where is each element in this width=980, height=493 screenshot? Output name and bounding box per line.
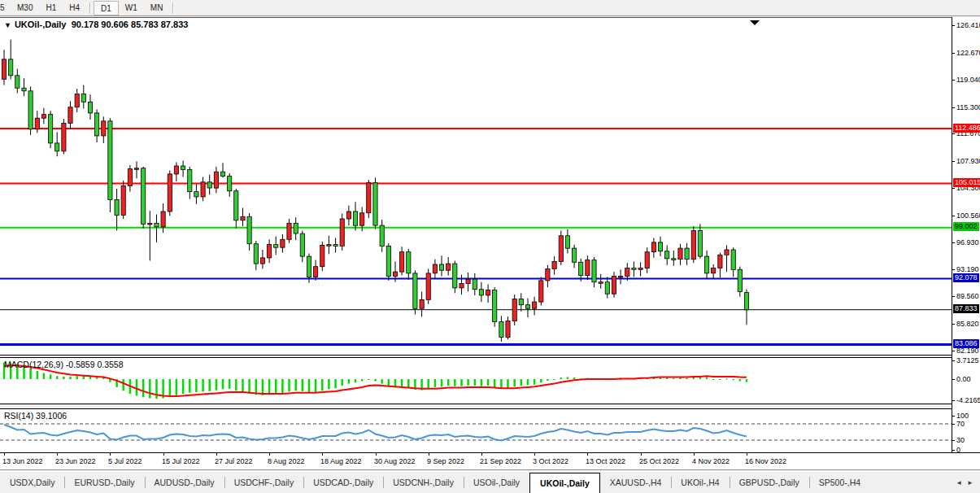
candle-body [142, 168, 146, 225]
candle-body [579, 262, 583, 275]
price-badge-92.078: 92.078 [953, 273, 979, 282]
chart-tab-usdcnh-daily[interactable]: USDCNH-,Daily [383, 472, 464, 493]
candle-body [586, 260, 590, 276]
date-tick-label: 15 Jul 2022 [162, 457, 200, 465]
chart-tab-usdcad-daily[interactable]: USDCAD-,Daily [303, 472, 383, 493]
tab-scroll-left-icon[interactable]: ◄ [956, 479, 962, 486]
price-chart-pane[interactable]: ▼UKOil-,Daily 90.178 90.606 85.783 87.83… [0, 17, 952, 356]
candle-body [493, 290, 497, 322]
candle-body [658, 242, 662, 251]
macd-tick-label: -4.2165 [956, 396, 980, 404]
rsi-indicator-pane[interactable]: RSI(14) 39.1006 [0, 409, 952, 452]
chart-shift-marker-icon[interactable] [750, 20, 760, 25]
candle-body [466, 279, 470, 283]
candle-body [533, 302, 537, 308]
candle-body [446, 264, 451, 270]
timeframe-button-h1[interactable]: H1 [39, 1, 63, 15]
date-tick-mark [216, 453, 217, 456]
chart-tab-ukoil-daily[interactable]: UKOil-,Daily [529, 473, 600, 493]
candle-body [439, 264, 443, 270]
candle-body [612, 277, 616, 294]
chart-tab-gbpusd-daily[interactable]: GBPUSD-,Daily [730, 472, 809, 493]
chart-tab-usoil-daily[interactable]: USOil-,Daily [464, 472, 529, 493]
macd-chart[interactable] [0, 358, 952, 404]
date-tick-label: 8 Aug 2022 [268, 457, 305, 465]
candlestick-chart[interactable] [0, 18, 952, 355]
chart-tab-audusd-daily[interactable]: AUDUSD-,Daily [145, 472, 224, 493]
date-tick-label: 4 Nov 2022 [692, 457, 730, 465]
candle-body [181, 166, 185, 170]
candle-body [573, 248, 577, 262]
price-tick-label: 122.670 [956, 49, 980, 57]
rsi-line [4, 425, 747, 441]
timeframe-button-w1[interactable]: W1 [119, 1, 144, 15]
chart-tab-ukoil-h4[interactable]: UKOil-,H4 [671, 472, 729, 493]
price-badge-105.015: 105.015 [953, 178, 980, 187]
date-tick-mark [269, 453, 270, 456]
candle-body [718, 255, 722, 268]
candle-body [15, 76, 20, 88]
candle-body [479, 290, 483, 295]
date-tick-mark [587, 453, 588, 456]
date-tick-label: 21 Sep 2022 [480, 457, 521, 465]
candle-body [320, 246, 324, 267]
timeframe-button-mn[interactable]: MN [144, 1, 170, 15]
date-tick-mark [322, 453, 323, 456]
chart-tab-usdx-daily[interactable]: USDX,Daily [0, 472, 64, 493]
candle-body [241, 216, 245, 220]
price-axis[interactable]: 126.410122.670119.040115.300111.670107.9… [952, 17, 980, 452]
candle-body [115, 200, 119, 216]
toolbar-separator [172, 2, 173, 14]
candle-body [228, 177, 232, 191]
candle-body [307, 256, 311, 277]
candle-body [121, 185, 125, 215]
date-tick-label: 18 Aug 2022 [320, 457, 362, 465]
chart-tab-bar: USDX,DailyEURUSD-,DailyAUDUSD-,DailyUSDC… [0, 472, 980, 493]
candle-body [68, 107, 72, 124]
candle-body [486, 290, 490, 295]
macd-tick-label: 3.7125 [956, 356, 979, 364]
candle-body [625, 268, 629, 277]
rsi-chart[interactable] [0, 409, 952, 452]
timeframe-button-m30[interactable]: M30 [11, 1, 39, 15]
timeframe-button-5[interactable]: 5 [0, 1, 11, 15]
candle-body [599, 282, 603, 284]
candle-body [260, 258, 264, 264]
date-tick-mark [163, 453, 164, 456]
timeframe-button-h4[interactable]: H4 [63, 1, 86, 15]
candle-body [367, 183, 371, 213]
candle-body [565, 236, 569, 248]
tab-scroll-arrows: ◄► [949, 472, 980, 493]
date-tick-label: 5 Jul 2022 [108, 457, 142, 465]
candle-body [651, 242, 656, 252]
candle-body [128, 169, 132, 186]
price-badge-99.002: 99.002 [953, 222, 979, 231]
chart-tab-eurusd-daily[interactable]: EURUSD-,Daily [64, 472, 144, 493]
toolbar-separator [89, 2, 90, 14]
date-tick-mark [4, 453, 5, 456]
candle-body [9, 59, 13, 76]
date-tick-label: 13 Oct 2022 [586, 457, 625, 465]
candle-body [632, 268, 636, 270]
timeframe-button-d1[interactable]: D1 [94, 1, 119, 15]
symbol-name: UKOil-,Daily [15, 20, 67, 29]
candle-body [35, 118, 39, 129]
macd-indicator-pane[interactable]: MACD(12,26,9) -0.5859 0.3558 [0, 358, 952, 404]
chart-title: ▼UKOil-,Daily 90.178 90.606 85.783 87.83… [4, 20, 188, 29]
candle-body [698, 231, 702, 257]
chart-tab-xauusd-h4[interactable]: XAUUSD-,H4 [600, 472, 672, 493]
candle-body [433, 264, 437, 273]
price-tick-label: 115.300 [956, 103, 980, 111]
date-tick-mark [641, 453, 642, 456]
candle-body [373, 183, 377, 225]
tab-scroll-right-icon[interactable]: ► [967, 479, 973, 486]
date-axis[interactable]: 13 Jun 202223 Jun 20225 Jul 202215 Jul 2… [0, 452, 980, 469]
symbol-dropdown-icon[interactable]: ▼ [4, 21, 11, 29]
candle-body [287, 223, 291, 239]
rsi-tick-label: 100 [956, 412, 969, 420]
price-tick-label: 126.410 [956, 21, 980, 29]
chart-tab-usdchf-daily[interactable]: USDCHF-,Daily [224, 472, 304, 493]
chart-tab-sp500-h4[interactable]: SP500-,H4 [809, 472, 870, 493]
date-tick-mark [376, 453, 377, 456]
trading-terminal-window: 5M30H1H4D1W1MN ▼UKOil-,Daily 90.178 90.6… [0, 0, 980, 493]
